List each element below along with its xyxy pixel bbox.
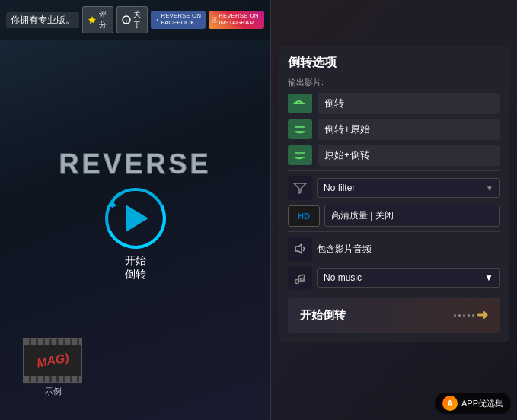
music-chevron-icon: ▼ [484, 272, 493, 283]
dot2 [458, 314, 461, 317]
rate-label: 评分 [99, 9, 108, 30]
start-label: 开始 倒转 [125, 253, 146, 281]
top-bar: 你拥有专业版。 评分 i 关于 f REVERSE ON FACEBOOK RE… [0, 0, 270, 40]
reverse-plus-original-icon [288, 119, 312, 139]
about-button[interactable]: i 关于 [116, 6, 148, 33]
filter-icon [288, 176, 312, 200]
audio-text: 包含影片音频 [317, 243, 372, 256]
option3-text: 原始+倒转 [318, 145, 500, 166]
thumb-image: MAG) [23, 338, 82, 383]
option-original-plus-reverse-row[interactable]: 原始+倒转 [288, 145, 500, 166]
start-btn-decoration: ➜ [454, 307, 488, 323]
svg-point-7 [215, 18, 216, 19]
audio-icon [288, 237, 312, 261]
dot5 [472, 314, 474, 317]
start-btn-label: 开始倒转 [300, 308, 346, 323]
music-value: No music [324, 272, 362, 283]
svg-line-21 [299, 275, 305, 276]
hd-quality-text: 高清质量 | 关闭 [324, 205, 500, 227]
rate-button[interactable]: 评分 [82, 6, 113, 33]
thumb-text: MAG) [35, 351, 69, 370]
about-label: 关于 [133, 9, 142, 30]
option-reverse-plus-original-row[interactable]: 倒转+原始 [288, 119, 500, 140]
divider2 [288, 231, 500, 232]
dot1 [454, 314, 456, 317]
pro-badge: 你拥有专业版。 [6, 12, 79, 28]
option1-text: 倒转 [318, 93, 500, 114]
dot4 [468, 314, 470, 317]
hd-label: HD [298, 212, 310, 221]
chevron-down-icon: ▼ [486, 184, 493, 192]
info-icon: i [122, 14, 131, 25]
music-icon [288, 266, 312, 290]
filter-row[interactable]: No filter ▼ [288, 176, 500, 200]
facebook-button[interactable]: f REVERSE ON FACEBOOK [151, 11, 206, 29]
filter-select[interactable]: No filter ▼ [317, 178, 500, 198]
watermark-text: APP优选集 [461, 398, 503, 409]
watermark: A APP优选集 [435, 393, 511, 414]
reverse-arrow-icon [107, 189, 137, 220]
hd-row[interactable]: HD 高清质量 | 关闭 [288, 205, 500, 227]
audio-row[interactable]: 包含影片音频 [288, 237, 500, 261]
watermark-icon: A [442, 396, 458, 411]
option-reverse-row[interactable]: 倒转 [288, 93, 500, 114]
svg-marker-0 [88, 16, 96, 24]
facebook-label: REVERSE ON FACEBOOK [161, 13, 201, 27]
reverse-option-icon [288, 94, 312, 113]
left-panel: 你拥有专业版。 评分 i 关于 f REVERSE ON FACEBOOK RE… [0, 0, 270, 420]
instagram-button[interactable]: REVERSE ON INSTAGRAM [209, 11, 264, 29]
film-strip-bottom [24, 376, 81, 382]
music-row[interactable]: No music ▼ [288, 266, 500, 290]
options-title: 倒转选项 [288, 55, 500, 71]
option2-text: 倒转+原始 [318, 119, 500, 140]
app-logo: REVERSE [59, 148, 211, 180]
sample-label: 示例 [23, 386, 84, 397]
svg-marker-15 [295, 244, 302, 253]
arrow-right-icon: ➜ [477, 307, 488, 323]
hd-icon: HD [288, 205, 320, 227]
sample-thumbnail[interactable]: MAG) 示例 [23, 338, 84, 397]
play-circle [105, 188, 166, 249]
options-panel: 倒转选项 输出影片: 倒转 倒转 [279, 46, 509, 342]
instagram-label: REVERSE ON INSTAGRAM [219, 13, 260, 27]
svg-point-6 [214, 19, 216, 21]
film-strip-top [24, 339, 81, 345]
original-plus-reverse-icon [288, 145, 312, 165]
music-select[interactable]: No music ▼ [317, 268, 500, 288]
output-label: 输出影片: [288, 77, 500, 88]
start-reverse-button[interactable]: 开始倒转 ➜ [288, 298, 500, 332]
divider1 [288, 170, 500, 171]
dot3 [463, 314, 465, 317]
filter-value: No filter [324, 183, 355, 193]
star-icon [88, 14, 97, 25]
right-panel: 倒转选项 输出影片: 倒转 倒转 [270, 0, 517, 420]
svg-text:i: i [126, 18, 127, 24]
svg-rect-5 [212, 18, 217, 22]
start-reverse-button[interactable]: 开始 倒转 [105, 188, 166, 281]
